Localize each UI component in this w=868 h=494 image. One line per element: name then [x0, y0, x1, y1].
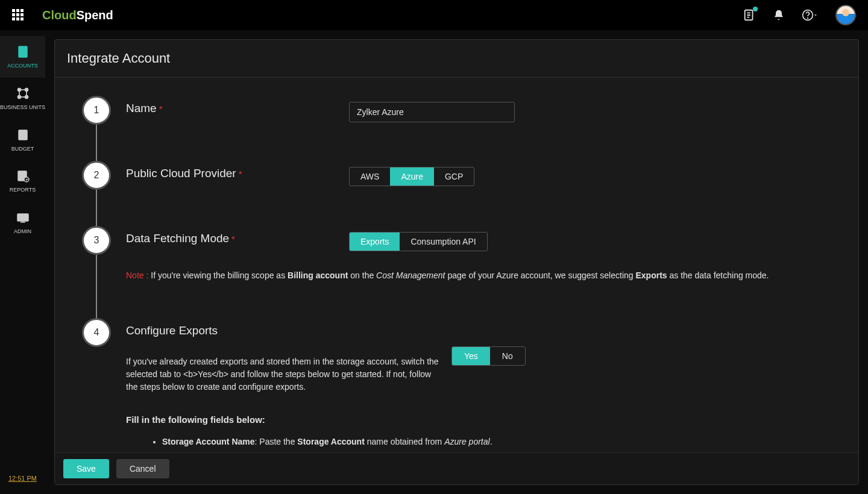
configure-no-button[interactable]: No: [490, 347, 525, 365]
step-number: 4: [82, 318, 111, 347]
sidebar-item-admin[interactable]: ADMIN: [0, 202, 45, 243]
sidebar-item-accounts[interactable]: ACCOUNTS: [0, 36, 45, 78]
apps-grid-icon[interactable]: [12, 9, 24, 21]
bell-icon[interactable]: [773, 9, 785, 21]
list-item: Storage Account Name: Paste the Storage …: [162, 437, 846, 446]
step-number: 2: [82, 161, 111, 190]
svg-point-4: [17, 88, 21, 92]
sidebar-item-label: REPORTS: [10, 187, 36, 193]
configure-segmented: Yes No: [451, 346, 526, 366]
configure-description: If you've already created exports and st…: [126, 355, 442, 393]
sidebar-item-business-units[interactable]: BUSINESS UNITS: [0, 78, 45, 119]
svg-point-7: [25, 95, 28, 99]
cancel-button[interactable]: Cancel: [116, 459, 169, 478]
provider-gcp-button[interactable]: GCP: [434, 167, 474, 186]
sidebar-item-label: BUDGET: [11, 146, 34, 152]
fields-list: Storage Account Name: Paste the Storage …: [126, 437, 846, 446]
sidebar-item-reports[interactable]: REPORTS: [0, 160, 45, 202]
name-input[interactable]: [349, 102, 515, 122]
mode-consumption-button[interactable]: Consumption API: [400, 233, 486, 251]
save-button[interactable]: Save: [63, 459, 109, 478]
step-number: 3: [82, 226, 111, 255]
mode-exports-button[interactable]: Exports: [350, 233, 400, 251]
svg-point-6: [17, 95, 21, 99]
help-icon[interactable]: [802, 9, 819, 21]
topbar: CloudSpend: [0, 0, 868, 30]
provider-aws-button[interactable]: AWS: [350, 167, 390, 186]
sidebar-item-label: BUSINESS UNITS: [0, 104, 45, 111]
svg-rect-3: [19, 46, 27, 57]
sidebar-item-label: ACCOUNTS: [7, 63, 38, 69]
step-number: 1: [82, 96, 111, 125]
configure-yes-button[interactable]: Yes: [452, 347, 490, 365]
step-label-configure: Configure Exports: [126, 324, 846, 337]
mode-segmented: Exports Consumption API: [349, 232, 488, 251]
step-label-name: Name*: [126, 102, 325, 115]
page-title: Integrate Account: [55, 40, 858, 78]
step-label-provider: Public Cloud Provider*: [126, 167, 325, 180]
svg-point-5: [25, 88, 28, 92]
sidebar: ACCOUNTS BUSINESS UNITS BUDGET REPORTS A…: [0, 30, 45, 494]
card-footer: Save Cancel: [55, 452, 858, 484]
timestamp[interactable]: 12:51 PM: [0, 475, 45, 494]
provider-azure-button[interactable]: Azure: [390, 167, 434, 186]
svg-rect-12: [17, 214, 28, 221]
svg-point-2: [808, 18, 808, 19]
provider-segmented: AWS Azure GCP: [349, 167, 474, 186]
tasks-icon[interactable]: [743, 8, 756, 22]
sidebar-item-label: ADMIN: [14, 228, 31, 235]
logo[interactable]: CloudSpend: [42, 8, 113, 22]
sidebar-item-budget[interactable]: BUDGET: [0, 119, 45, 161]
fields-header: Fill in the following fields below:: [126, 414, 846, 425]
step-label-mode: Data Fetching Mode*: [126, 232, 325, 245]
mode-note: Note : If you're viewing the billing sco…: [126, 269, 846, 282]
svg-rect-9: [20, 131, 26, 133]
avatar[interactable]: [835, 5, 856, 25]
integrate-account-card: Integrate Account 1 Name*: [54, 39, 859, 485]
